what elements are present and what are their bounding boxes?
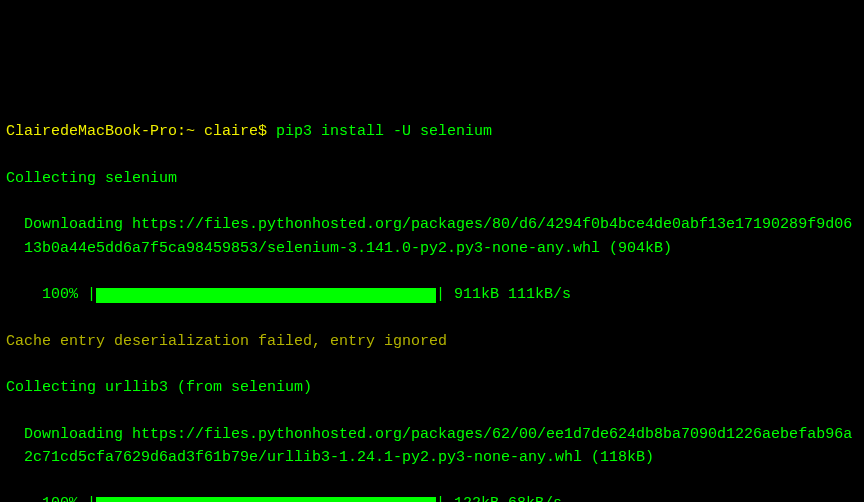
shell-prompt: ClairedeMacBook-Pro:~ claire$ [6, 123, 276, 140]
output-line: Collecting urllib3 (from selenium) [6, 376, 858, 399]
output-line: Collecting selenium [6, 167, 858, 190]
shell-command: pip3 install -U selenium [276, 123, 492, 140]
progress-stats: 911kB 111kB/s [445, 286, 571, 303]
progress-pipe: | [436, 495, 445, 502]
progress-bar [96, 288, 436, 303]
output-line: Downloading https://files.pythonhosted.o… [6, 213, 858, 260]
progress-bar [96, 497, 436, 502]
progress-percent: 100% [42, 286, 87, 303]
output-line: Downloading https://files.pythonhosted.o… [6, 423, 858, 470]
progress-stats: 122kB 68kB/s [445, 495, 562, 502]
progress-pipe: | [436, 286, 445, 303]
progress-line: 100% || 122kB 68kB/s [6, 492, 858, 502]
progress-line: 100% || 911kB 111kB/s [6, 283, 858, 306]
progress-percent: 100% [42, 495, 87, 502]
terminal-output[interactable]: ClairedeMacBook-Pro:~ claire$ pip3 insta… [6, 97, 858, 502]
warning-line: Cache entry deserialization failed, entr… [6, 330, 858, 353]
progress-pipe: | [87, 286, 96, 303]
progress-pipe: | [87, 495, 96, 502]
